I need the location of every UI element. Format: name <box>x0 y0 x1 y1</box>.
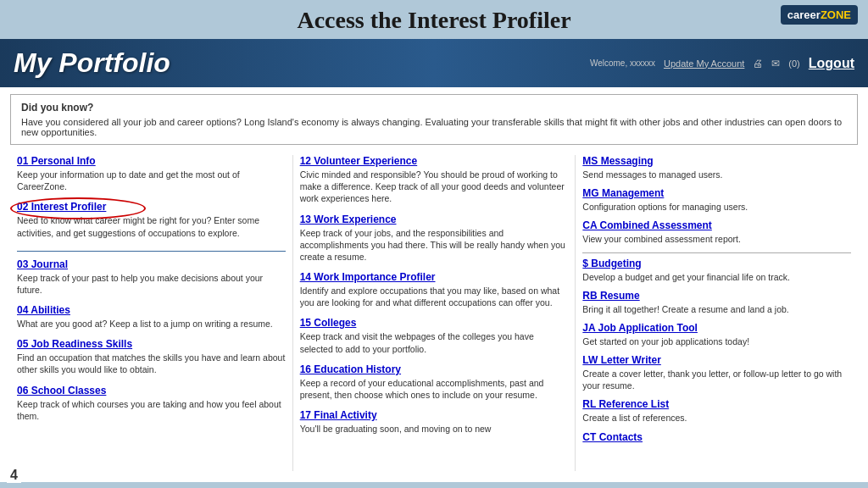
menu-item-05: 05 Job Readiness Skills Find an occupati… <box>17 338 286 375</box>
menu-item-ja: JA Job Application Tool Get started on y… <box>582 322 851 347</box>
interest-profiler-desc: Need to know what career might be right … <box>17 214 286 238</box>
menu-item-03: 03 Journal Keep track of your past to he… <box>17 258 286 296</box>
job-readiness-desc: Find an occupation that matches the skil… <box>17 352 286 375</box>
careerzone-logo: careerZONE <box>781 5 858 25</box>
col3-divider <box>582 252 851 253</box>
menu-item-01: 01 Personal Info Keep your information u… <box>17 155 286 192</box>
budgeting-desc: Develop a budget and get your financial … <box>582 271 851 283</box>
interest-profiler-link-anchor[interactable]: 02 Interest Profiler <box>17 201 286 213</box>
school-classes-desc: Keep track of which courses you are taki… <box>17 398 286 422</box>
menu-item-mg: MG Management Configuration options for … <box>582 187 851 213</box>
resume-desc: Bring it all together! Create a resume a… <box>582 303 851 315</box>
volunteer-desc: Civic minded and responsible? You should… <box>300 169 569 205</box>
menu-item-rl: RL Reference List Create a list of refer… <box>582 398 851 424</box>
menu-item-12: 12 Volunteer Experience Civic minded and… <box>300 155 569 205</box>
portfolio-title: My Portfolio <box>14 47 170 79</box>
work-importance-link[interactable]: 14 Work Importance Profiler <box>300 271 569 283</box>
personal-info-link[interactable]: 01 Personal Info <box>17 155 286 167</box>
abilities-link[interactable]: 04 Abilities <box>17 304 286 316</box>
mail-count: (0) <box>788 58 799 69</box>
work-importance-desc: Identify and explore occupations that yo… <box>300 285 569 308</box>
menu-item-06: 06 School Classes Keep track of which co… <box>17 385 286 422</box>
work-experience-link[interactable]: 13 Work Experience <box>300 214 569 225</box>
printer-icon: 🖨 <box>753 58 763 69</box>
budgeting-link[interactable]: $ Budgeting <box>582 258 851 269</box>
education-history-link[interactable]: 16 Education History <box>300 363 569 375</box>
col1-separator <box>17 251 286 252</box>
header-right: Welcome, xxxxxx Update My Account 🖨 ✉ (0… <box>590 56 854 71</box>
logo-career: career <box>787 8 821 21</box>
letter-writer-link[interactable]: LW Letter Writer <box>582 354 851 366</box>
contacts-link[interactable]: CT Contacts <box>582 431 851 443</box>
logo-zone: ZONE <box>821 8 851 21</box>
did-you-know-text: Have you considered all your job and car… <box>21 117 842 137</box>
menu-item-17: 17 Final Activity You'll be graduating s… <box>300 409 569 435</box>
colleges-link[interactable]: 15 Colleges <box>300 317 569 329</box>
combined-assessment-link[interactable]: CA Combined Assessment <box>582 219 851 231</box>
menu-item-14: 14 Work Importance Profiler Identify and… <box>300 271 569 308</box>
envelope-icon: ✉ <box>771 58 780 69</box>
menu-item-rb: RB Resume Bring it all together! Create … <box>582 290 851 315</box>
menu-columns: 01 Personal Info Keep your information u… <box>0 152 868 474</box>
job-application-desc: Get started on your job applications tod… <box>582 336 851 347</box>
menu-item-02: 02 Interest Profiler Need to know what c… <box>17 201 286 238</box>
combined-assessment-desc: View your combined assessment report. <box>582 233 851 245</box>
messaging-link[interactable]: MS Messaging <box>582 155 851 167</box>
menu-item-budget: $ Budgeting Develop a budget and get you… <box>582 258 851 283</box>
school-classes-link[interactable]: 06 School Classes <box>17 385 286 396</box>
management-link[interactable]: MG Management <box>582 187 851 199</box>
job-readiness-link[interactable]: 05 Job Readiness Skills <box>17 338 286 350</box>
work-experience-desc: Keep track of your jobs, and the respons… <box>300 227 569 263</box>
management-desc: Configuration options for managing users… <box>582 201 851 213</box>
colleges-desc: Keep track and visit the webpages of the… <box>300 330 569 354</box>
journal-link[interactable]: 03 Journal <box>17 258 286 270</box>
did-you-know-box: Did you know? Have you considered all yo… <box>10 94 858 145</box>
page-number: 4 <box>7 468 21 483</box>
menu-item-lw: LW Letter Writer Create a cover letter, … <box>582 354 851 391</box>
menu-item-ca: CA Combined Assessment View your combine… <box>582 219 851 245</box>
job-application-link[interactable]: JA Job Application Tool <box>582 322 851 334</box>
personal-info-desc: Keep your information up to date and get… <box>17 169 286 192</box>
update-account-link[interactable]: Update My Account <box>664 58 744 69</box>
logout-button[interactable]: Logout <box>809 56 854 71</box>
menu-item-ms: MS Messaging Send messages to managed us… <box>582 155 851 180</box>
letter-writer-desc: Create a cover letter, thank you letter,… <box>582 368 851 391</box>
column-1: 01 Personal Info Keep your information u… <box>10 155 293 471</box>
column-3: MS Messaging Send messages to managed us… <box>576 155 858 471</box>
abilities-desc: What are you good at? Keep a list to a j… <box>17 318 286 330</box>
reference-list-desc: Create a list of references. <box>582 412 851 424</box>
menu-item-04: 04 Abilities What are you good at? Keep … <box>17 304 286 330</box>
menu-item-15: 15 Colleges Keep track and visit the web… <box>300 317 569 354</box>
page-title: Access the Interest Profiler <box>0 7 868 34</box>
resume-link[interactable]: RB Resume <box>582 290 851 302</box>
menu-item-13: 13 Work Experience Keep track of your jo… <box>300 214 569 263</box>
volunteer-link[interactable]: 12 Volunteer Experience <box>300 155 569 167</box>
welcome-text: Welcome, xxxxxx <box>590 58 655 68</box>
reference-list-link[interactable]: RL Reference List <box>582 398 851 410</box>
messaging-desc: Send messages to managed users. <box>582 169 851 180</box>
menu-item-ct: CT Contacts <box>582 431 851 443</box>
main-content: Did you know? Have you considered all yo… <box>0 87 868 482</box>
education-history-desc: Keep a record of your educational accomp… <box>300 377 569 401</box>
column-2: 12 Volunteer Experience Civic minded and… <box>293 155 576 471</box>
page-title-bar: Access the Interest Profiler careerZONE <box>0 0 868 39</box>
did-you-know-heading: Did you know? <box>21 102 847 114</box>
final-activity-desc: You'll be graduating soon, and moving on… <box>300 423 569 435</box>
journal-desc: Keep track of your past to help you make… <box>17 272 286 296</box>
menu-item-16: 16 Education History Keep a record of yo… <box>300 363 569 401</box>
final-activity-link[interactable]: 17 Final Activity <box>300 409 569 421</box>
portfolio-header: My Portfolio Welcome, xxxxxx Update My A… <box>0 39 868 87</box>
